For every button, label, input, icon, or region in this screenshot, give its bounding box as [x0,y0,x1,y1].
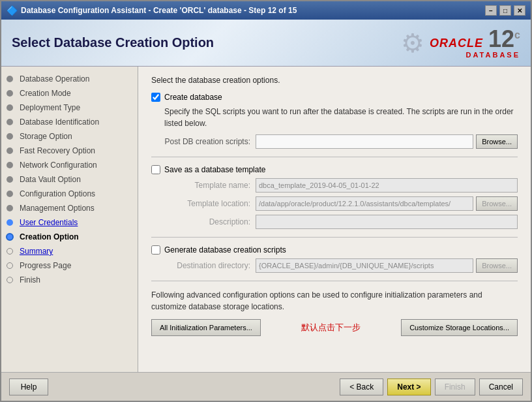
sidebar-item-storage-option: Storage Option [1,129,138,144]
template-location-label: Template location: [164,199,256,208]
divider-2 [151,237,518,238]
footer: Help < Back Next > Finish Cancel [1,372,531,401]
cancel-button[interactable]: Cancel [479,379,523,395]
oracle-text: ORACLE [430,37,483,50]
description-input [256,215,518,229]
maximize-button[interactable]: □ [499,5,511,16]
sidebar-item-network-config: Network Configuration [1,158,138,172]
oracle-logo-area: ⚙ ORACLE 12c DATABASE [401,27,520,59]
step-indicator-config-options [5,189,14,198]
sidebar-item-database-operation: Database Operation [1,72,138,86]
template-location-input [256,196,473,211]
template-location-browse-button: Browse... [476,196,518,211]
gear-icon: ⚙ [401,28,424,58]
init-params-button[interactable]: All Initialization Parameters... [151,319,261,336]
next-button[interactable]: Next > [387,379,430,395]
customize-storage-button[interactable]: Customize Storage Locations... [401,319,518,336]
create-db-section: Create database Specify the SQL scripts … [151,93,518,149]
hint-text: 默认点击下一步 [261,322,401,333]
save-template-section: Save as a database template Template nam… [151,165,518,229]
post-script-browse-button[interactable]: Browse... [476,134,518,149]
footer-left: Help [9,379,48,395]
sidebar-item-configuration-options: Configuration Options [1,187,138,201]
step-indicator-database-operation [5,74,14,84]
step-indicator-finish [5,275,14,285]
template-name-input [256,178,518,193]
generate-scripts-row: Generate database creation scripts [151,245,518,255]
create-db-checkbox[interactable] [151,93,160,102]
body: Database Operation Creation Mode Deploym… [1,67,531,372]
description-label: Description: [164,217,256,226]
main-window: 🔷 Database Configuration Assistant - Cre… [0,0,532,402]
sidebar-item-finish: Finish [1,273,138,287]
save-template-row: Save as a database template [151,165,518,174]
step-indicator-storage [5,132,14,141]
template-location-row: Template location: Browse... [164,196,518,211]
sidebar: Database Operation Creation Mode Deploym… [1,67,138,372]
content-area: Select the database creation options. Cr… [138,67,531,372]
version-number: 12c [488,27,520,51]
sidebar-item-creation-mode: Creation Mode [1,86,138,100]
sidebar-item-fast-recovery: Fast Recovery Option [1,144,138,158]
sidebar-item-management-options: Management Options [1,201,138,215]
title-bar-text: Database Configuration Assistant - Creat… [21,6,485,15]
step-indicator-progress [5,261,14,270]
footer-right: < Back Next > Finish Cancel [340,379,523,395]
step-indicator-fast-recovery [5,146,14,155]
sidebar-item-data-vault: Data Vault Option [1,172,138,187]
sidebar-item-database-identification: Database Identification [1,115,138,129]
step-indicator-creation-opt [5,232,14,241]
advanced-buttons-row: All Initialization Parameters... 默认点击下一步… [151,319,518,336]
header: Select Database Creation Option ⚙ ORACLE… [1,20,531,67]
destination-dir-row: Destination directory: Browse... [164,258,518,273]
step-indicator-summary [5,247,14,256]
destination-dir-input [256,258,473,273]
help-button[interactable]: Help [9,379,48,395]
description-row: Description: [164,215,518,229]
post-script-input[interactable] [256,134,473,149]
sidebar-item-user-credentials[interactable]: User Credentials [1,215,138,230]
sidebar-item-summary[interactable]: Summary [1,244,138,258]
template-name-row: Template name: [164,178,518,193]
close-button[interactable]: ✕ [514,5,525,16]
intro-text: Select the database creation options. [151,76,518,85]
destination-dir-label: Destination directory: [164,261,256,270]
destination-browse-button: Browse... [476,258,518,273]
step-indicator-mgmt-options [5,204,14,213]
step-indicator-db-id [5,117,14,127]
title-bar-buttons: − □ ✕ [485,5,525,16]
advanced-description: Following advanced configuration options… [151,289,518,313]
step-indicator-data-vault [5,175,14,184]
step-indicator-creation-mode [5,89,14,98]
back-button[interactable]: < Back [340,379,383,395]
generate-scripts-section: Generate database creation scripts Desti… [151,245,518,273]
sidebar-item-deployment-type: Deployment Type [1,100,138,115]
page-title: Select Database Creation Option [12,35,214,50]
template-name-label: Template name: [164,181,256,190]
create-db-label: Create database [164,93,222,102]
create-db-description: Specify the SQL scripts you want to run … [164,106,518,129]
finish-button: Finish [435,379,475,395]
post-script-label: Post DB creation scripts: [164,137,256,146]
oracle-logo: ORACLE 12c DATABASE [430,27,520,59]
post-script-row: Post DB creation scripts: Browse... [164,134,518,149]
divider-3 [151,281,518,281]
database-label: DATABASE [466,51,520,59]
step-indicator-user-cred [5,218,14,227]
step-indicator-deployment-type [5,103,14,112]
generate-scripts-checkbox[interactable] [151,245,160,255]
save-template-label: Save as a database template [164,165,265,174]
save-template-checkbox[interactable] [151,165,160,174]
minimize-button[interactable]: − [485,5,497,16]
sidebar-item-creation-option: Creation Option [1,230,138,244]
sidebar-item-progress-page: Progress Page [1,258,138,273]
title-bar-icon: 🔷 [7,5,17,16]
title-bar: 🔷 Database Configuration Assistant - Cre… [1,1,531,20]
divider-1 [151,157,518,157]
create-db-row: Create database [151,93,518,102]
generate-scripts-label: Generate database creation scripts [164,245,286,255]
step-indicator-network [5,161,14,170]
